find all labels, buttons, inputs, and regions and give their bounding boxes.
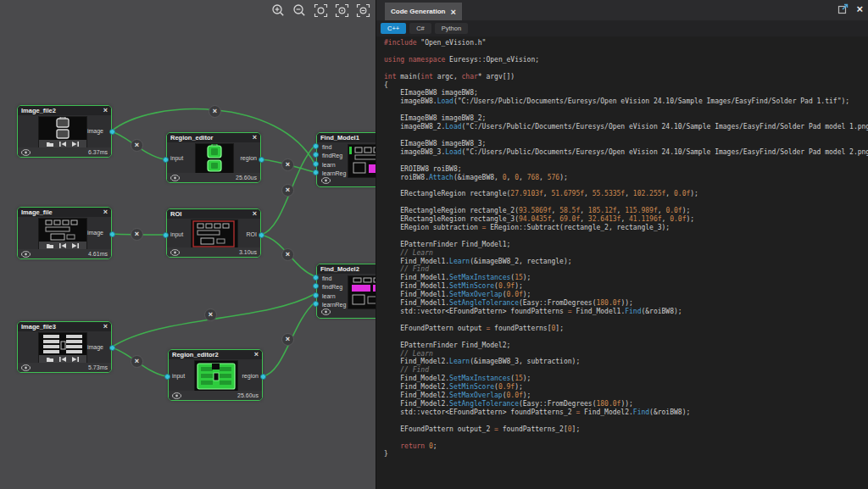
node-thumbnail[interactable] <box>348 275 376 309</box>
open-file-icon[interactable] <box>47 357 53 362</box>
delete-connection-icon[interactable]: × <box>281 158 294 171</box>
code-line <box>384 316 868 325</box>
node-thumbnail[interactable] <box>195 143 234 175</box>
code-line <box>384 106 868 114</box>
zoom-out-icon[interactable] <box>292 3 307 18</box>
close-node-icon[interactable]: × <box>253 134 257 142</box>
visibility-eye-icon[interactable] <box>21 251 31 258</box>
node-thumbnail[interactable] <box>38 218 87 250</box>
visibility-eye-icon[interactable] <box>21 149 31 156</box>
visibility-eye-icon[interactable] <box>321 308 331 315</box>
output-port[interactable] <box>259 157 264 163</box>
close-node-icon[interactable]: × <box>103 107 108 114</box>
next-frame-icon[interactable] <box>72 243 79 248</box>
input-port[interactable] <box>313 169 319 175</box>
node-thumbnail[interactable] <box>38 332 87 364</box>
tab-csharp[interactable]: C# <box>409 23 431 34</box>
delete-connection-icon[interactable]: × <box>209 105 221 118</box>
input-port[interactable] <box>313 292 319 298</box>
tab-cpp[interactable]: C++ <box>381 23 406 34</box>
code-line: EImageBW8 imageBW8; <box>384 89 868 97</box>
delete-connection-icon[interactable]: × <box>281 333 294 346</box>
delete-connection-icon[interactable]: × <box>131 228 143 241</box>
node-find-model1[interactable]: Find_Model1 find findReg learn learnReg <box>316 132 376 187</box>
visibility-eye-icon[interactable] <box>172 392 181 399</box>
node-region-editor[interactable]: Region_editor × input region <box>166 132 261 183</box>
input-port[interactable] <box>313 283 319 289</box>
open-file-icon[interactable] <box>47 142 53 147</box>
code-line: #include "Open_eVision.h" <box>384 39 868 47</box>
code-line: Find_Model2.Learn(&imageBW8_3, subtracti… <box>384 358 868 366</box>
visibility-eye-icon[interactable] <box>170 249 180 256</box>
output-port[interactable] <box>109 231 115 237</box>
input-port[interactable] <box>313 275 319 281</box>
input-port[interactable] <box>313 143 319 149</box>
language-tab-bar: C++ C# Python <box>376 20 868 36</box>
code-line: // Find <box>384 366 868 375</box>
node-image-file[interactable]: Image_file × image <box>17 207 112 259</box>
thumbnail-image <box>196 144 233 174</box>
previous-frame-icon[interactable] <box>59 243 66 248</box>
tab-python[interactable]: Python <box>435 23 468 34</box>
delete-connection-icon[interactable]: × <box>281 184 294 197</box>
node-title-bar: Image_file3 × <box>18 322 111 331</box>
node-footer: 3.10us <box>167 247 260 257</box>
input-port[interactable] <box>164 374 170 380</box>
input-port[interactable] <box>163 232 169 238</box>
node-thumbnail[interactable] <box>38 116 87 148</box>
code-line: // Learn <box>384 350 868 358</box>
close-node-icon[interactable]: × <box>253 210 257 218</box>
delete-connection-icon[interactable]: × <box>131 139 143 152</box>
zoom-actual-size-icon[interactable] <box>356 3 370 18</box>
close-panel-icon[interactable]: × <box>856 3 863 14</box>
output-port-label: region <box>242 373 259 379</box>
delete-connection-icon[interactable]: × <box>281 248 294 261</box>
input-port[interactable] <box>313 161 319 167</box>
input-port[interactable] <box>163 157 169 163</box>
zoom-selection-icon[interactable] <box>335 3 349 18</box>
code-line <box>384 157 868 165</box>
output-port[interactable] <box>109 129 115 135</box>
visibility-eye-icon[interactable] <box>170 175 180 181</box>
node-graph-canvas[interactable]: × × × × × × × × × Image_file2 × <box>0 0 376 489</box>
node-thumbnail[interactable] <box>191 219 238 249</box>
delete-connection-icon[interactable]: × <box>131 355 143 368</box>
node-region-editor2[interactable]: Region_editor2 × input region <box>168 349 263 401</box>
input-port[interactable] <box>313 301 319 307</box>
zoom-in-icon[interactable] <box>271 3 286 18</box>
delete-connection-icon[interactable]: × <box>204 308 217 321</box>
output-port[interactable] <box>260 374 266 380</box>
node-image-file3[interactable]: Image_file3 × image <box>17 321 112 373</box>
code-line: // Learn <box>384 249 868 258</box>
input-port[interactable] <box>313 152 319 158</box>
next-frame-icon[interactable] <box>72 357 79 362</box>
close-node-icon[interactable]: × <box>103 323 108 331</box>
pop-out-icon[interactable] <box>837 3 849 14</box>
open-file-icon[interactable] <box>47 243 53 248</box>
input-port-label: learn <box>322 293 336 299</box>
node-thumbnail[interactable] <box>194 360 238 392</box>
output-port[interactable] <box>109 345 115 351</box>
node-footer: 25.60us <box>169 391 262 400</box>
code-line: Find_Model1.SetMaxInstances(15); <box>384 274 868 282</box>
node-find-model2[interactable]: Find_Model2 find findReg learn learnReg <box>316 264 376 319</box>
output-port[interactable] <box>259 232 264 238</box>
code-line: Find_Model2.SetMaxOverlap(0.0f); <box>384 392 868 400</box>
code-line: imageBW8.Load("C:/Users/Public/Documents… <box>384 97 868 106</box>
tab-code-generation[interactable]: Code Generation × <box>385 3 462 20</box>
visibility-eye-icon[interactable] <box>21 364 31 371</box>
panel-tab-title: Code Generation <box>391 8 445 15</box>
close-tab-icon[interactable]: × <box>450 7 455 17</box>
node-image-file2[interactable]: Image_file2 × image <box>17 105 112 158</box>
code-line: Find_Model1.Learn(&imageBW8_2, rectangle… <box>384 258 868 266</box>
visibility-eye-icon[interactable] <box>321 177 331 184</box>
zoom-fit-icon[interactable] <box>314 3 328 18</box>
previous-frame-icon[interactable] <box>59 357 66 362</box>
output-port-label: image <box>87 128 103 134</box>
close-node-icon[interactable]: × <box>254 351 259 358</box>
node-thumbnail[interactable] <box>348 144 376 178</box>
next-frame-icon[interactable] <box>72 142 79 147</box>
close-node-icon[interactable]: × <box>103 208 108 216</box>
previous-frame-icon[interactable] <box>59 142 66 147</box>
node-roi[interactable]: ROI × input ROI 3.10us <box>166 208 261 258</box>
